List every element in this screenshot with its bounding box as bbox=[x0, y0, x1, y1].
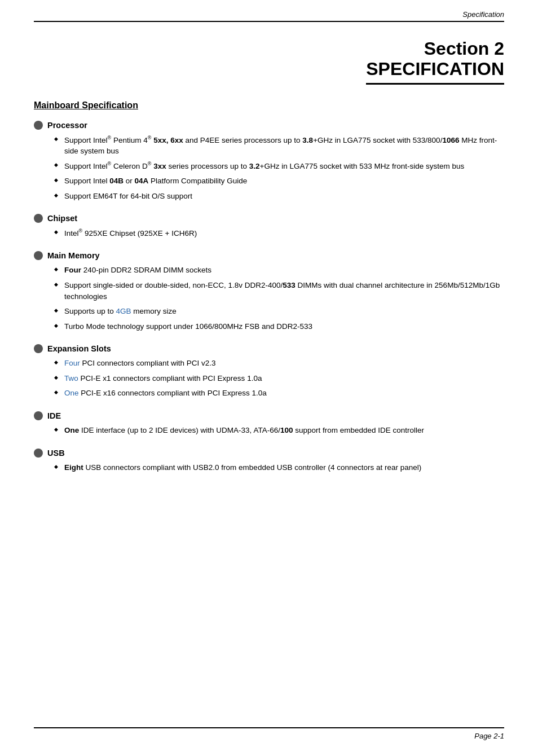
list-item: Support Intel® Pentium 4® 5xx, 6xx and P… bbox=[54, 134, 504, 157]
spec-section-processor: ProcessorSupport Intel® Pentium 4® 5xx, … bbox=[34, 121, 504, 202]
section-name-label: Expansion Slots bbox=[47, 344, 111, 353]
list-item: Intel® 925XE Chipset (925XE + ICH6R) bbox=[54, 227, 504, 239]
spec-header-2: Main Memory bbox=[34, 251, 504, 260]
page-header: Specification bbox=[34, 0, 504, 22]
list-item: Four 240-pin DDR2 SDRAM DIMM sockets bbox=[54, 265, 504, 276]
specs-container: ProcessorSupport Intel® Pentium 4® 5xx, … bbox=[34, 121, 504, 473]
bullet-circle-icon bbox=[34, 214, 43, 223]
section-name-label: IDE bbox=[47, 411, 61, 420]
list-item: Support single-sided or double-sided, no… bbox=[54, 280, 504, 302]
section-title-block: Section 2 SPECIFICATION bbox=[34, 38, 504, 85]
page-number: Page 2-1 bbox=[474, 732, 504, 740]
section-name-label: Chipset bbox=[47, 214, 77, 223]
list-item: Support Intel® Celeron D® 3xx series pro… bbox=[54, 160, 504, 172]
page: Specification Section 2 SPECIFICATION Ma… bbox=[0, 0, 538, 756]
spec-section-ide: IDEOne IDE interface (up to 2 IDE device… bbox=[34, 411, 504, 436]
spec-list-0: Support Intel® Pentium 4® 5xx, 6xx and P… bbox=[54, 134, 504, 202]
spec-list-4: One IDE interface (up to 2 IDE devices) … bbox=[54, 425, 504, 436]
spec-section-chipset: ChipsetIntel® 925XE Chipset (925XE + ICH… bbox=[34, 214, 504, 239]
bullet-circle-icon bbox=[34, 449, 43, 458]
section-name-label: Processor bbox=[47, 121, 87, 130]
bullet-circle-icon bbox=[34, 344, 43, 353]
mainboard-heading: Mainboard Specification bbox=[34, 100, 504, 111]
list-item: Supports up to 4GB memory size bbox=[54, 306, 504, 317]
section-name-label: USB bbox=[47, 449, 65, 458]
spec-header-1: Chipset bbox=[34, 214, 504, 223]
spec-section-usb: USBEight USB connectors compliant with U… bbox=[34, 449, 504, 473]
section-line1: Section 2 bbox=[34, 38, 504, 59]
list-item: Four PCI connectors compliant with PCI v… bbox=[54, 358, 504, 369]
spec-list-2: Four 240-pin DDR2 SDRAM DIMM socketsSupp… bbox=[54, 265, 504, 332]
spec-section-expansion-slots: Expansion SlotsFour PCI connectors compl… bbox=[34, 344, 504, 399]
list-item: Support Intel 04B or 04A Platform Compat… bbox=[54, 175, 504, 187]
spec-list-1: Intel® 925XE Chipset (925XE + ICH6R) bbox=[54, 227, 504, 239]
spec-header-0: Processor bbox=[34, 121, 504, 130]
header-title: Specification bbox=[462, 10, 504, 19]
list-item: One IDE interface (up to 2 IDE devices) … bbox=[54, 425, 504, 436]
spec-list-5: Eight USB connectors compliant with USB2… bbox=[54, 462, 504, 473]
list-item: One PCI-E x16 connectors compliant with … bbox=[54, 388, 504, 399]
list-item: Support EM64T for 64-bit O/S support bbox=[54, 191, 504, 202]
section-name-label: Main Memory bbox=[47, 251, 100, 260]
section-line2: SPECIFICATION bbox=[366, 59, 504, 84]
bullet-circle-icon bbox=[34, 251, 43, 260]
bullet-circle-icon bbox=[34, 121, 43, 130]
bullet-circle-icon bbox=[34, 411, 43, 420]
spec-header-3: Expansion Slots bbox=[34, 344, 504, 353]
spec-header-5: USB bbox=[34, 449, 504, 458]
spec-header-4: IDE bbox=[34, 411, 504, 420]
list-item: Two PCI-E x1 connectors compliant with P… bbox=[54, 373, 504, 384]
page-footer: Page 2-1 bbox=[34, 727, 504, 740]
list-item: Turbo Mode technology support under 1066… bbox=[54, 321, 504, 332]
spec-list-3: Four PCI connectors compliant with PCI v… bbox=[54, 358, 504, 399]
spec-section-main-memory: Main MemoryFour 240-pin DDR2 SDRAM DIMM … bbox=[34, 251, 504, 332]
list-item: Eight USB connectors compliant with USB2… bbox=[54, 462, 504, 473]
